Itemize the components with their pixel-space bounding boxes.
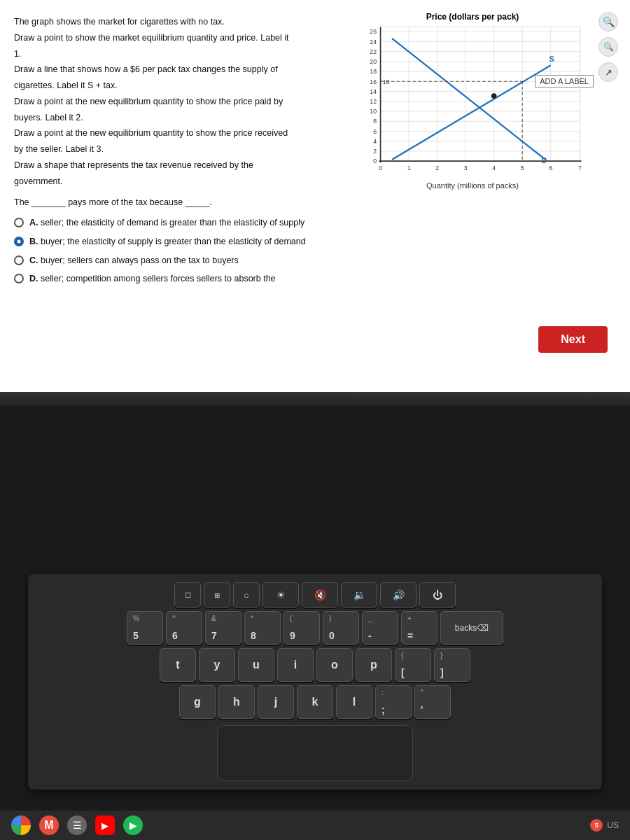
menu-icon[interactable]: ☰ [67,816,87,835]
svg-text:22: 22 [370,48,377,55]
chrome-icon[interactable] [11,816,31,835]
keyboard: ☐ ⊞ ○ ☀ 🔇 🔉 🔊 ⏻ % 5 ^ 6 & 7 * [28,574,602,790]
key-o[interactable]: o [316,648,353,682]
option-c[interactable]: C. buyer; sellers can always pass on the… [14,254,311,267]
instruction-line7: buyers. Label it 2. [14,111,311,125]
svg-text:24: 24 [370,38,377,46]
top-icons: 🔍 🔍 ↗ [598,12,618,82]
zoom-icon[interactable]: 🔍 [598,37,618,57]
us-badge: 5 [590,819,603,832]
number-row: % 5 ^ 6 & 7 * 8 ( 9 ) 0 [38,611,592,645]
radio-d[interactable] [14,274,24,284]
svg-text:16: 16 [370,78,377,85]
key-j[interactable]: j [258,685,294,719]
chart-svg[interactable]: 0 2 4 6 8 10 12 14 16 18 20 22 24 26 0 1… [327,23,618,184]
taskbar-icons: M ☰ ▶ ▶ [11,816,143,835]
content-area: The graph shows the market for cigarette… [0,0,630,403]
keyboard-area: ☐ ⊞ ○ ☀ 🔇 🔉 🔊 ⏻ % 5 ^ 6 & 7 * [0,420,630,811]
svg-text:0: 0 [373,158,377,164]
search-icon[interactable]: 🔍 [598,12,618,31]
key-amp-7[interactable]: & 7 [205,611,241,645]
us-label: US [607,820,619,830]
youtube-icon[interactable]: ▶ [95,816,115,835]
key-g[interactable]: g [179,685,216,719]
instruction-line2: Draw a point to show the market equilibr… [14,31,311,45]
left-panel: The graph shows the market for cigarette… [8,8,316,395]
key-fn[interactable]: ☐ [174,582,201,608]
svg-text:S: S [550,55,554,63]
key-power[interactable]: ⏻ [419,582,456,608]
instruction-line8: Draw a point at the new equilibrium quan… [14,127,311,140]
key-mute[interactable]: 🔇 [302,582,338,608]
taskbar-right: 5 US [590,819,619,832]
key-vol-up[interactable]: 🔊 [380,582,416,608]
key-rbrace[interactable]: } ] [434,648,470,682]
option-a-label: A. seller; the elasticity of demand is g… [29,216,304,230]
instruction-line5: cigarettes. Label it S + tax. [14,79,311,92]
key-u[interactable]: u [238,648,274,682]
radio-c[interactable] [14,255,24,265]
key-vol-down[interactable]: 🔉 [341,582,377,608]
svg-text:7: 7 [578,164,582,172]
external-link-icon[interactable]: ↗ [598,62,618,82]
key-l[interactable]: l [336,685,372,719]
key-i[interactable]: i [277,648,314,682]
svg-text:12: 12 [370,98,377,105]
svg-text:10: 10 [370,108,377,115]
instruction-line10: Draw a shape that represents the tax rev… [14,159,311,172]
option-d[interactable]: D. seller; competition among sellers for… [14,272,311,286]
key-t[interactable]: t [160,648,196,682]
question-label: The _______ pays more of the tax because… [14,197,212,207]
ghjkl-row: g h j k l : ; " ' [38,685,592,719]
question-text: The _______ pays more of the tax because… [14,196,311,209]
key-win[interactable]: ⊞ [204,582,230,608]
key-plus[interactable]: + = [401,611,438,645]
key-o[interactable]: ○ [233,582,260,608]
key-star-8[interactable]: * 8 [244,611,281,645]
key-minus[interactable]: _ - [362,611,398,645]
option-d-label: D. seller; competition among sellers for… [29,272,276,286]
svg-text:6: 6 [549,164,552,172]
mail-icon[interactable]: M [39,816,59,835]
radio-a[interactable] [14,218,24,227]
svg-text:16: 16 [383,78,390,85]
next-button[interactable]: Next [538,326,608,353]
radio-b[interactable] [14,237,24,246]
svg-text:20: 20 [370,58,377,65]
key-brightness[interactable]: ☀ [262,582,299,608]
key-pipe[interactable]: " ' [414,685,451,719]
play-icon[interactable]: ▶ [123,816,143,835]
key-h[interactable]: h [218,685,255,719]
key-k[interactable]: k [297,685,333,719]
key-colon[interactable]: : ; [375,685,412,719]
key-p[interactable]: p [356,648,392,682]
options-list: A. seller; the elasticity of demand is g… [14,216,311,286]
key-y[interactable]: y [199,648,235,682]
svg-text:18: 18 [370,68,377,75]
function-row: ☐ ⊞ ○ ☀ 🔇 🔉 🔊 ⏻ [38,582,592,608]
trackpad[interactable] [217,725,413,781]
instructions: The graph shows the market for cigarette… [14,15,311,188]
key-lparen-9[interactable]: ( 9 [284,611,320,645]
screen: The graph shows the market for cigarette… [0,0,630,406]
instruction-line4: Draw a line that shows how a $6 per pack… [14,63,311,76]
taskbar: M ☰ ▶ ▶ 5 US [0,811,630,840]
add-label-button[interactable]: ADD A LABEL [535,75,594,88]
svg-text:4: 4 [373,138,377,145]
key-backspace[interactable]: backs⌫ [440,611,503,645]
svg-text:2: 2 [435,164,439,172]
option-a[interactable]: A. seller; the elasticity of demand is g… [14,216,311,230]
svg-text:1: 1 [407,164,411,172]
tyuiop-row: t y u i o p { [ } ] [38,648,592,682]
key-lbrace[interactable]: { [ [395,648,431,682]
svg-text:14: 14 [370,88,377,95]
key-percent-5[interactable]: % 5 [127,611,163,645]
key-rparen-0[interactable]: ) 0 [323,611,359,645]
option-b[interactable]: B. buyer; the elasticity of supply is gr… [14,235,311,248]
key-caret-6[interactable]: ^ 6 [166,611,202,645]
svg-text:0: 0 [379,164,382,172]
svg-text:3: 3 [464,164,468,172]
instruction-line1: The graph shows the market for cigarette… [14,15,311,29]
option-b-label: B. buyer; the elasticity of supply is gr… [29,235,306,248]
svg-text:5: 5 [521,164,524,172]
